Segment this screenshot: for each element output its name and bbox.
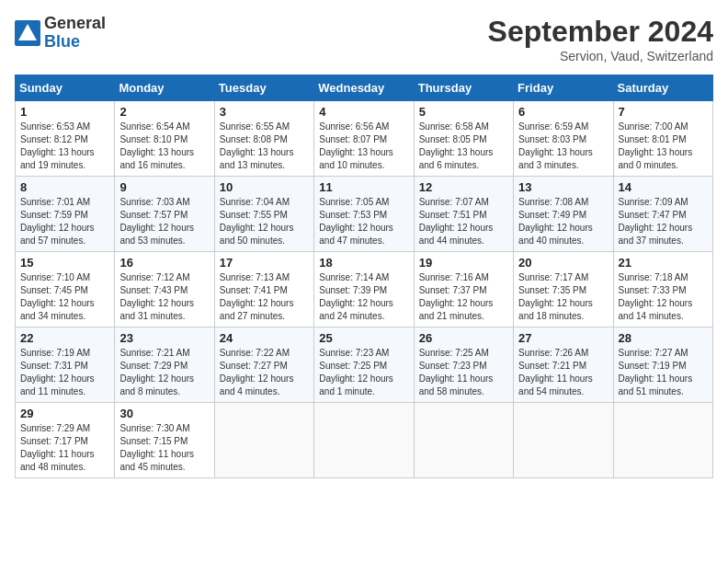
weekday-friday: Friday	[514, 75, 613, 101]
day-cell: 25 Sunrise: 7:23 AMSunset: 7:25 PMDaylig…	[314, 327, 414, 403]
day-cell: 12 Sunrise: 7:07 AMSunset: 7:51 PMDaylig…	[414, 177, 513, 252]
weekday-wednesday: Wednesday	[314, 75, 414, 101]
day-cell: 1 Sunrise: 6:53 AMSunset: 8:12 PMDayligh…	[16, 101, 115, 177]
day-number: 12	[419, 180, 508, 194]
day-detail: Sunrise: 6:55 AMSunset: 8:08 PMDaylight:…	[220, 121, 309, 172]
day-cell: 26 Sunrise: 7:25 AMSunset: 7:23 PMDaylig…	[414, 327, 513, 403]
day-number: 16	[119, 256, 209, 270]
day-detail: Sunrise: 6:59 AMSunset: 8:03 PMDaylight:…	[518, 121, 608, 172]
week-row-1: 1 Sunrise: 6:53 AMSunset: 8:12 PMDayligh…	[16, 101, 713, 177]
day-cell: 6 Sunrise: 6:59 AMSunset: 8:03 PMDayligh…	[514, 101, 613, 177]
day-detail: Sunrise: 7:00 AMSunset: 8:01 PMDaylight:…	[619, 121, 708, 172]
day-detail: Sunrise: 7:09 AMSunset: 7:47 PMDaylight:…	[619, 196, 708, 247]
day-cell: 15 Sunrise: 7:10 AMSunset: 7:45 PMDaylig…	[16, 252, 115, 327]
day-number: 13	[518, 180, 608, 194]
day-cell: 16 Sunrise: 7:12 AMSunset: 7:43 PMDaylig…	[115, 252, 214, 327]
day-number: 10	[220, 180, 309, 194]
day-cell: 24 Sunrise: 7:22 AMSunset: 7:27 PMDaylig…	[214, 327, 313, 403]
logo-icon	[15, 20, 40, 46]
location: Servion, Vaud, Switzerland	[488, 49, 713, 63]
day-detail: Sunrise: 7:01 AMSunset: 7:59 PMDaylight:…	[20, 196, 109, 247]
day-cell: 29 Sunrise: 7:29 AMSunset: 7:17 PMDaylig…	[16, 403, 115, 478]
logo-blue: Blue	[44, 33, 106, 52]
day-cell	[613, 403, 712, 478]
logo-general: General	[44, 15, 106, 33]
day-cell: 17 Sunrise: 7:13 AMSunset: 7:41 PMDaylig…	[214, 252, 313, 327]
weekday-thursday: Thursday	[414, 75, 513, 101]
day-number: 24	[220, 331, 309, 345]
day-number: 30	[119, 407, 209, 420]
day-number: 29	[20, 407, 109, 420]
day-detail: Sunrise: 7:30 AMSunset: 7:15 PMDaylight:…	[119, 422, 209, 474]
day-number: 25	[319, 331, 408, 345]
day-detail: Sunrise: 7:27 AMSunset: 7:19 PMDaylight:…	[619, 347, 708, 398]
day-detail: Sunrise: 6:53 AMSunset: 8:12 PMDaylight:…	[20, 121, 109, 172]
weekday-saturday: Saturday	[613, 75, 712, 101]
day-cell: 19 Sunrise: 7:16 AMSunset: 7:37 PMDaylig…	[414, 252, 513, 327]
day-detail: Sunrise: 7:13 AMSunset: 7:41 PMDaylight:…	[220, 271, 309, 323]
day-detail: Sunrise: 6:56 AMSunset: 8:07 PMDaylight:…	[319, 121, 408, 172]
day-cell	[314, 403, 414, 478]
day-cell: 23 Sunrise: 7:21 AMSunset: 7:29 PMDaylig…	[115, 327, 214, 403]
day-number: 6	[518, 105, 608, 119]
day-cell: 2 Sunrise: 6:54 AMSunset: 8:10 PMDayligh…	[115, 101, 214, 177]
day-number: 8	[20, 180, 109, 194]
day-detail: Sunrise: 7:07 AMSunset: 7:51 PMDaylight:…	[419, 196, 508, 247]
day-number: 21	[619, 256, 708, 270]
day-number: 27	[518, 331, 608, 345]
logo-text: General Blue	[44, 15, 106, 52]
day-detail: Sunrise: 7:18 AMSunset: 7:33 PMDaylight:…	[619, 271, 708, 323]
week-row-4: 22 Sunrise: 7:19 AMSunset: 7:31 PMDaylig…	[16, 327, 713, 403]
day-detail: Sunrise: 7:10 AMSunset: 7:45 PMDaylight:…	[20, 271, 109, 323]
day-number: 17	[220, 256, 309, 270]
day-number: 11	[319, 180, 408, 194]
day-number: 9	[119, 180, 209, 194]
day-cell: 5 Sunrise: 6:58 AMSunset: 8:05 PMDayligh…	[414, 101, 513, 177]
day-detail: Sunrise: 7:03 AMSunset: 7:57 PMDaylight:…	[119, 196, 209, 247]
day-number: 14	[619, 180, 708, 194]
day-number: 1	[20, 105, 109, 119]
day-detail: Sunrise: 7:26 AMSunset: 7:21 PMDaylight:…	[518, 347, 608, 398]
day-cell: 9 Sunrise: 7:03 AMSunset: 7:57 PMDayligh…	[115, 177, 214, 252]
day-number: 22	[20, 331, 109, 345]
weekday-monday: Monday	[115, 75, 214, 101]
day-number: 28	[619, 331, 708, 345]
day-number: 20	[518, 256, 608, 270]
week-row-3: 15 Sunrise: 7:10 AMSunset: 7:45 PMDaylig…	[16, 252, 713, 327]
calendar-body: 1 Sunrise: 6:53 AMSunset: 8:12 PMDayligh…	[16, 101, 713, 478]
day-detail: Sunrise: 7:04 AMSunset: 7:55 PMDaylight:…	[220, 196, 309, 247]
day-detail: Sunrise: 7:23 AMSunset: 7:25 PMDaylight:…	[319, 347, 408, 398]
day-number: 5	[419, 105, 508, 119]
day-cell: 30 Sunrise: 7:30 AMSunset: 7:15 PMDaylig…	[115, 403, 214, 478]
day-detail: Sunrise: 7:08 AMSunset: 7:49 PMDaylight:…	[518, 196, 608, 247]
logo: General Blue	[15, 15, 106, 52]
day-number: 7	[619, 105, 708, 119]
day-detail: Sunrise: 7:22 AMSunset: 7:27 PMDaylight:…	[220, 347, 309, 398]
page-header: General Blue September 2024 Servion, Vau…	[15, 15, 713, 63]
day-number: 4	[319, 105, 408, 119]
day-detail: Sunrise: 7:19 AMSunset: 7:31 PMDaylight:…	[20, 347, 109, 398]
day-number: 26	[419, 331, 508, 345]
day-cell: 28 Sunrise: 7:27 AMSunset: 7:19 PMDaylig…	[613, 327, 712, 403]
day-detail: Sunrise: 7:16 AMSunset: 7:37 PMDaylight:…	[419, 271, 508, 323]
day-number: 15	[20, 256, 109, 270]
weekday-sunday: Sunday	[16, 75, 115, 101]
week-row-2: 8 Sunrise: 7:01 AMSunset: 7:59 PMDayligh…	[16, 177, 713, 252]
day-detail: Sunrise: 7:21 AMSunset: 7:29 PMDaylight:…	[119, 347, 209, 398]
day-cell: 14 Sunrise: 7:09 AMSunset: 7:47 PMDaylig…	[613, 177, 712, 252]
day-number: 18	[319, 256, 408, 270]
day-detail: Sunrise: 7:14 AMSunset: 7:39 PMDaylight:…	[319, 271, 408, 323]
day-cell: 22 Sunrise: 7:19 AMSunset: 7:31 PMDaylig…	[16, 327, 115, 403]
day-detail: Sunrise: 7:12 AMSunset: 7:43 PMDaylight:…	[119, 271, 209, 323]
day-cell: 21 Sunrise: 7:18 AMSunset: 7:33 PMDaylig…	[613, 252, 712, 327]
day-cell: 11 Sunrise: 7:05 AMSunset: 7:53 PMDaylig…	[314, 177, 414, 252]
day-number: 2	[119, 105, 209, 119]
day-cell: 8 Sunrise: 7:01 AMSunset: 7:59 PMDayligh…	[16, 177, 115, 252]
month-year: September 2024	[488, 15, 713, 49]
day-cell	[514, 403, 613, 478]
day-cell: 20 Sunrise: 7:17 AMSunset: 7:35 PMDaylig…	[514, 252, 613, 327]
day-cell: 18 Sunrise: 7:14 AMSunset: 7:39 PMDaylig…	[314, 252, 414, 327]
weekday-header-row: SundayMondayTuesdayWednesdayThursdayFrid…	[16, 75, 713, 101]
day-detail: Sunrise: 6:58 AMSunset: 8:05 PMDaylight:…	[419, 121, 508, 172]
day-number: 3	[220, 105, 309, 119]
